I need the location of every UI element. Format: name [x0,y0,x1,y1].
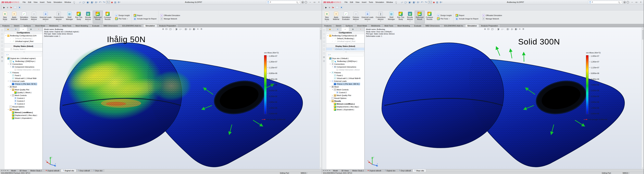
ribbon-menu-item[interactable]: ≡ Offloaded Simulation ▾ [482,14,502,17]
commandmanager-tab[interactable]: Surfaces [22,24,33,27]
side-panel-icon[interactable]: ▢ [323,44,325,46]
commandmanager-tab[interactable]: SOLIDWORKS Add-Ins [120,24,144,27]
commandmanager-tab[interactable]: Features [322,24,334,27]
units-selector[interactable]: MMGS ▾ [301,172,307,174]
tree-item[interactable]: Ändbeslag (-[SW]Onyx-) [4,60,42,63]
view-toolbar-icon[interactable]: ⊡▾ [487,28,490,30]
tab-scroll-button[interactable]: ◀ [3,170,5,172]
side-panel-icon[interactable]: ▣ [1,56,3,58]
chevron-down-icon[interactable]: ▾ [520,28,521,30]
tree-caret[interactable]: ▾ [329,86,331,88]
chevron-down-icon[interactable]: ▾ [58,20,59,22]
commandmanager-tab[interactable]: Surfaces [344,24,355,27]
chevron-down-icon[interactable]: ▾ [109,1,110,3]
macro-tool-icon[interactable]: ■ [329,6,330,8]
commandmanager-tab[interactable]: Mold Tools [382,24,395,27]
chevron-down-icon[interactable]: ▾ [517,28,518,30]
configuration-item[interactable]: Urholkad orginal [ Änd [326,40,364,43]
chevron-down-icon[interactable]: ▾ [419,1,420,3]
tree-item[interactable]: Virtual wall-1 (-Virtual Wall- [4,77,42,80]
tree-caret[interactable]: ▾ [327,35,328,36]
view-toolbar-icon[interactable]: ◇▾ [179,28,182,30]
macro-tool-icon[interactable]: ▶ [325,6,327,8]
document-tab[interactable]: Model [10,169,18,172]
quick-access-icon[interactable]: ▤▾ [436,1,438,3]
quick-access-icon[interactable]: ◉▾ [432,1,435,3]
tree-item[interactable]: Control-2 [4,100,42,102]
tree-item[interactable]: ▾ Mesh [4,85,42,88]
tree-item[interactable]: Force-1 (:Per item: 300 N:) [326,82,364,85]
view-toolbar-icon[interactable]: ⚙▾ [522,28,524,30]
document-tab[interactable]: Orginal sko [61,169,76,172]
chevron-down-icon[interactable]: ▾ [431,1,432,3]
commandmanager-tab[interactable]: Mesh Modeling [74,24,90,27]
commandmanager-tab[interactable]: MBD Dimensions [102,24,120,27]
scroll-up-icon[interactable]: ▴ [320,28,321,29]
tree-item[interactable]: ▾ Mesh Controls [326,88,364,91]
chevron-down-icon[interactable]: ▾ [93,1,94,3]
tree-caret[interactable]: ▾ [10,95,12,96]
chevron-down-icon[interactable]: ▾ [127,18,128,19]
panel-splitter[interactable] [326,51,364,52]
chevron-down-icon[interactable]: ▾ [120,1,120,3]
tree-caret[interactable]: ▾ [332,66,333,68]
titlebar-icon[interactable]: ? [305,1,307,3]
view-toolbar-icon[interactable]: ▦▾ [515,28,518,30]
macro-tool-icon[interactable]: ▶ [3,6,5,8]
ribbon-button[interactable]: ≡ Apply Material ▾ [332,11,341,23]
window-control-button[interactable]: – [308,1,312,4]
chevron-down-icon[interactable]: ▾ [167,28,168,30]
document-tab[interactable]: Motion Study 1 [29,169,44,172]
commandmanager-tab[interactable]: Mesh Modeling [395,24,412,27]
tree-item[interactable]: Result Options [326,97,364,100]
tree-item[interactable]: ▾ Results [4,108,42,111]
tree-caret[interactable]: ▾ [10,66,12,68]
chevron-down-icon[interactable]: ▾ [85,1,85,3]
tree-item[interactable]: ▾ Component Interactions [326,65,364,68]
document-tab[interactable]: Onyx sidkraft [397,169,413,172]
chevron-down-icon[interactable]: ▾ [509,28,510,30]
scroll-up-icon[interactable]: ▴ [642,28,643,29]
ribbon-button[interactable]: ≡ Apply Material ▾ [10,11,19,23]
tree-item[interactable]: ▾ Mesh [326,85,364,88]
chevron-down-icon[interactable]: ▾ [101,1,102,3]
chevron-down-icon[interactable]: ▾ [80,1,81,3]
document-tab[interactable]: Orginal sko [383,169,397,172]
view-toolbar-icon[interactable]: ⊡▾ [165,28,168,30]
commandmanager-tab[interactable]: Features [0,24,12,27]
tree-item[interactable]: Virtual wall-1 (-Virtual Wall<Ä [326,77,364,80]
scroll-down-icon[interactable]: ▾ [320,168,321,169]
commandmanager-tab[interactable]: Sheet Metal [355,24,369,27]
tree-item[interactable]: Result Options [4,105,42,108]
tree-caret[interactable]: ▾ [8,72,9,73]
tree-item[interactable]: Ändbeslag (-[SW]Onyx-) [326,60,364,63]
units-selector[interactable]: MMGS ▾ [623,172,629,174]
quick-access-icon[interactable]: ▢▾ [82,1,86,3]
ribbon-menu-item[interactable]: ≡ Offloaded Simulation ▾ [160,14,180,17]
tab-scroll-button[interactable]: ▶| [7,170,9,172]
tree-caret[interactable]: ▾ [8,86,9,88]
window-control-button[interactable]: ▭ [634,1,639,4]
side-panel-icon[interactable]: ▢ [323,52,325,54]
commandmanager-tab[interactable]: Simulation [466,24,479,27]
chevron-down-icon[interactable]: ▾ [88,20,88,22]
commandmanager-tab[interactable]: Analysis Preparation [157,24,178,27]
chevron-down-icon[interactable]: ▾ [8,54,9,55]
chevron-down-icon[interactable]: ▾ [621,1,622,3]
view-toolbar-icon[interactable]: ◨▾ [173,28,178,30]
commandmanager-tab[interactable]: Weldments [47,24,60,27]
tree-caret[interactable]: ▸ [332,95,333,96]
panel-splitter[interactable] [4,51,42,52]
viewport-scrollbar[interactable]: ▴ ▾ [320,27,322,169]
search-icon[interactable] [296,1,298,3]
side-panel-icon[interactable]: ▣ [323,56,325,58]
quick-access-icon[interactable]: ▤▾ [114,1,117,3]
quick-access-icon[interactable]: ↖▾ [106,1,110,4]
window-control-button[interactable]: – [630,1,634,4]
chevron-down-icon[interactable]: ▾ [427,1,428,3]
quick-access-icon[interactable]: ▣▾ [86,1,90,3]
view-toolbar-icon[interactable]: ▤▾ [505,28,510,30]
chevron-down-icon[interactable]: ▾ [402,1,403,3]
ribbon-button[interactable]: ∥ Connections Advisor ▾ [374,11,387,23]
side-panel-icon[interactable]: ▥ [1,60,3,62]
